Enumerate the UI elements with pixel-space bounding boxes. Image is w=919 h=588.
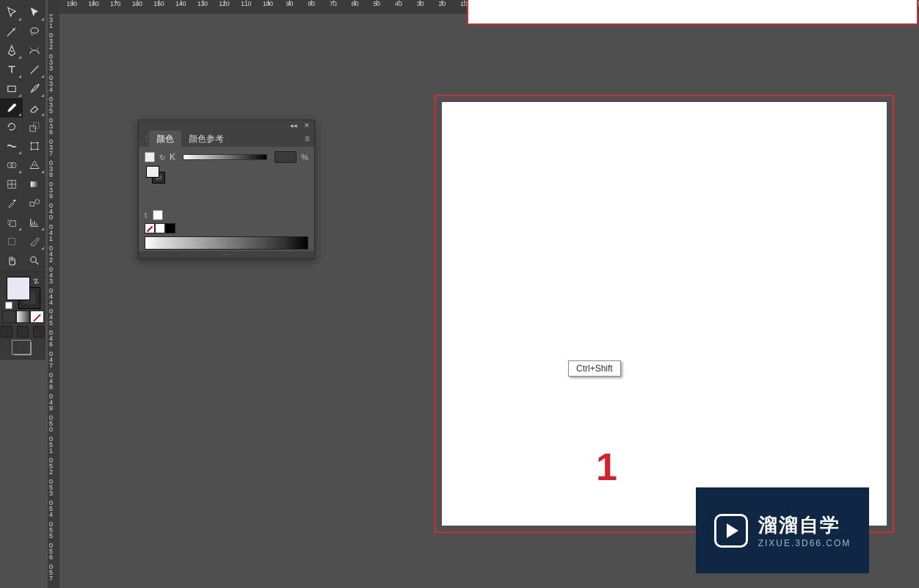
- swap-icon[interactable]: ↻: [159, 153, 165, 161]
- color-panel[interactable]: ◂◂ ✕ ⋮⋮ 颜色 颜色参考 ≡ ↻ K % t: [138, 120, 315, 259]
- svg-point-7: [30, 142, 32, 143]
- watermark-sub: ZIXUE.3D66.COM: [758, 538, 851, 548]
- ruler-h-tick: 160: [129, 0, 145, 7]
- k-value-input[interactable]: [275, 151, 297, 163]
- ruler-v-tick: 035: [48, 96, 59, 114]
- draw-inside-icon[interactable]: [33, 326, 45, 338]
- type-tool[interactable]: [0, 60, 23, 79]
- perspective-tool[interactable]: [23, 156, 46, 175]
- watermark-title: 溜溜自学: [758, 512, 840, 538]
- ruler-h-tick: 130: [195, 0, 211, 7]
- svg-rect-5: [33, 123, 39, 128]
- svg-point-9: [30, 148, 32, 150]
- shape-builder-tool[interactable]: [0, 156, 23, 175]
- draw-normal-icon[interactable]: [1, 326, 12, 338]
- ruler-v-tick: 036: [48, 117, 59, 135]
- swatch-white[interactable]: [155, 223, 165, 233]
- toolbar: [0, 0, 46, 360]
- panel-close-icon[interactable]: ✕: [302, 122, 311, 129]
- hand-tool[interactable]: [0, 251, 23, 270]
- swap-fill-stroke-icon[interactable]: [32, 277, 40, 286]
- tint-swatch[interactable]: [153, 210, 163, 220]
- tab-color[interactable]: 颜色: [149, 131, 181, 148]
- pencil-tool[interactable]: [0, 98, 23, 117]
- eraser-tool[interactable]: [23, 98, 46, 117]
- ruler-v-tick: 055: [48, 521, 59, 539]
- grayscale-spectrum[interactable]: [145, 236, 308, 250]
- rotate-tool[interactable]: [0, 117, 23, 137]
- svg-rect-16: [30, 203, 34, 206]
- artboard-tool[interactable]: [0, 232, 23, 251]
- scale-tool[interactable]: [23, 117, 46, 137]
- width-tool[interactable]: [0, 137, 23, 156]
- zoom-tool[interactable]: [23, 251, 46, 270]
- artboard-selected[interactable]: 1 Ctrl+Shift: [435, 95, 894, 533]
- ruler-v-tick: 042: [48, 245, 59, 263]
- ruler-v-tick: 046: [48, 330, 59, 347]
- ruler-h-tick: 110: [238, 0, 254, 7]
- blend-tool[interactable]: [23, 194, 46, 213]
- k-slider[interactable]: [183, 154, 267, 160]
- panel-resize-grip[interactable]: ·····: [139, 251, 314, 258]
- watermark-overlay: 溜溜自学 ZIXUE.3D66.COM: [696, 487, 869, 573]
- tab-color-guide[interactable]: 颜色参考: [181, 131, 231, 148]
- ruler-v-tick: 034: [48, 75, 59, 92]
- rectangle-tool[interactable]: [0, 79, 23, 98]
- ruler-h-tick: 20: [434, 0, 450, 7]
- panel-menu-icon[interactable]: ≡: [305, 134, 310, 144]
- ruler-v-tick: 054: [48, 500, 59, 518]
- ruler-v-tick: 048: [48, 372, 59, 390]
- keyboard-hint-tooltip: Ctrl+Shift: [568, 360, 621, 377]
- tint-icon: t: [145, 211, 147, 219]
- svg-rect-3: [7, 86, 15, 92]
- ruler-h-tick: 190: [64, 0, 80, 7]
- free-transform-tool[interactable]: [23, 137, 46, 156]
- panel-collapse-icon[interactable]: ◂◂: [289, 122, 298, 129]
- panel-titlebar[interactable]: ◂◂ ✕: [139, 120, 314, 131]
- symbol-spray-tool[interactable]: [0, 213, 23, 232]
- color-mode-gradient[interactable]: [16, 311, 30, 323]
- fill-stroke-swatches[interactable]: [0, 274, 46, 360]
- ruler-v-tick: 053: [48, 479, 59, 496]
- panel-fill-chip[interactable]: [145, 152, 155, 162]
- pen-tool[interactable]: [0, 41, 23, 60]
- ruler-v-tick: 033: [48, 54, 59, 71]
- line-tool[interactable]: [23, 60, 46, 79]
- ruler-v-tick: 052: [48, 457, 59, 475]
- ruler-v-tick: 056: [48, 542, 59, 560]
- draw-behind-icon[interactable]: [17, 326, 29, 338]
- mesh-tool[interactable]: [0, 175, 23, 194]
- swatch-black[interactable]: [165, 223, 175, 233]
- paintbrush-tool[interactable]: [23, 79, 46, 98]
- ruler-h-tick: 90: [281, 0, 297, 7]
- panel-fill-stroke-stack[interactable]: [146, 166, 168, 185]
- ruler-origin[interactable]: [48, 0, 59, 14]
- panel-body: ↻ K % t: [139, 147, 314, 251]
- fill-swatch[interactable]: [7, 277, 30, 300]
- gradient-tool[interactable]: [23, 175, 46, 194]
- svg-point-11: [7, 162, 13, 168]
- ruler-h-tick: 70: [325, 0, 341, 7]
- swatch-none[interactable]: [145, 223, 155, 233]
- eyedropper-tool[interactable]: [0, 194, 23, 213]
- selection-tool[interactable]: [0, 3, 23, 22]
- default-fill-stroke-icon[interactable]: [5, 302, 12, 309]
- ruler-v-tick: 040: [48, 203, 59, 220]
- ruler-h-tick: 80: [303, 0, 319, 7]
- screen-mode-icon[interactable]: [14, 342, 32, 355]
- ruler-h-tick: 30: [412, 0, 428, 7]
- svg-point-1: [30, 28, 38, 34]
- ruler-v-tick: 051: [48, 436, 59, 454]
- panel-grip-icon[interactable]: ⋮⋮: [143, 134, 149, 143]
- color-mode-none[interactable]: [30, 311, 44, 323]
- wand-tool[interactable]: [0, 22, 23, 41]
- lasso-tool[interactable]: [23, 22, 46, 41]
- graph-tool[interactable]: [23, 213, 46, 232]
- ruler-v-tick: 041: [48, 224, 59, 242]
- direct-select-tool[interactable]: [23, 3, 46, 22]
- curvature-tool[interactable]: [23, 41, 46, 60]
- ruler-vertical[interactable]: 0310320330340350360370380390400410420430…: [48, 0, 59, 588]
- slice-tool[interactable]: [23, 232, 46, 251]
- color-mode-solid[interactable]: [2, 311, 16, 323]
- ruler-v-tick: 043: [48, 266, 59, 284]
